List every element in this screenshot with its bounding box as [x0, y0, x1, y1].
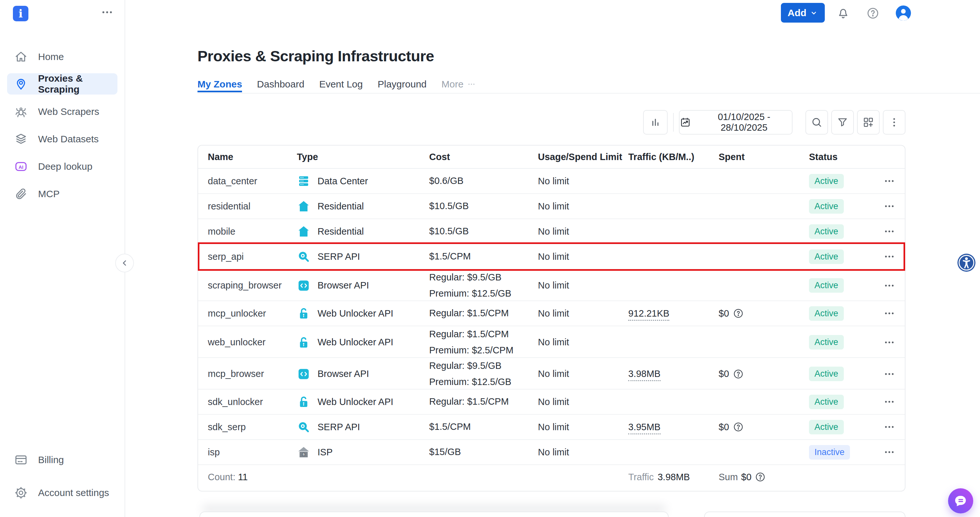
- row-actions-menu[interactable]: [883, 307, 895, 319]
- zone-traffic: 3.95MB: [628, 422, 719, 433]
- add-button[interactable]: Add: [781, 3, 825, 22]
- accessibility-button[interactable]: [956, 253, 977, 273]
- pin-icon: [14, 77, 28, 91]
- filter-funnel-icon: [837, 116, 849, 129]
- row-actions-menu[interactable]: [883, 446, 895, 458]
- grid-plus-icon: [862, 116, 875, 129]
- tab-more[interactable]: More: [441, 78, 476, 92]
- traffic-total: Traffic3.98MB: [628, 472, 719, 482]
- sidebar-item-proxies-scraping[interactable]: Proxies & Scraping: [7, 73, 118, 95]
- status-badge: Active: [809, 250, 844, 264]
- zone-type-label: ISP: [318, 447, 332, 458]
- row-actions-menu[interactable]: [883, 396, 895, 407]
- table-row-sdk-unlocker[interactable]: sdk_unlocker Web Unlocker API Regular: $…: [198, 390, 905, 415]
- filter-button[interactable]: [831, 110, 854, 135]
- sidebar-item-mcp[interactable]: MCP: [0, 180, 124, 207]
- browser-icon: [297, 279, 310, 293]
- table-row-residential[interactable]: residential Residential $10.5/GB No limi…: [198, 194, 905, 219]
- tab-my-zones[interactable]: My Zones: [197, 78, 242, 92]
- brand-logo[interactable]: i: [13, 6, 29, 21]
- customize-columns-button[interactable]: [857, 110, 880, 135]
- help-icon[interactable]: [866, 6, 880, 20]
- table-row-data-center[interactable]: data_center Data Center $0.6/GB No limit…: [198, 169, 905, 194]
- tab-event-log[interactable]: Event Log: [319, 78, 363, 92]
- add-button-label: Add: [788, 8, 807, 18]
- tab-label: Playground: [377, 79, 426, 90]
- table-row-mcp-browser[interactable]: mcp_browser Browser API Regular: $9.5/GB…: [198, 358, 905, 390]
- tab-playground[interactable]: Playground: [377, 78, 426, 92]
- question-circle-icon[interactable]: [755, 471, 766, 482]
- table-row-web-unlocker[interactable]: web_unlocker Web Unlocker API Regular: $…: [198, 326, 905, 358]
- row-actions-menu[interactable]: [883, 337, 895, 348]
- zone-type: Data Center: [297, 174, 429, 188]
- sidebar-item-label: Home: [38, 51, 64, 62]
- zone-spent: $0: [719, 308, 809, 319]
- zone-type: Web Unlocker API: [297, 395, 429, 409]
- zone-cost: $1.5/CPM: [429, 248, 538, 265]
- date-range-button[interactable]: 01/10/2025 - 28/10/2025: [679, 110, 792, 135]
- zone-type-label: Web Unlocker API: [318, 308, 393, 319]
- sidebar-menu-icon[interactable]: [101, 6, 114, 19]
- tab-label: More: [441, 79, 463, 90]
- zone-type-label: Residential: [318, 201, 364, 212]
- more-options-button[interactable]: [883, 110, 905, 135]
- table-row-mcp-unlocker[interactable]: mcp_unlocker Web Unlocker API Regular: $…: [198, 301, 905, 326]
- zone-usage-limit: No limit: [538, 369, 628, 379]
- zone-type: SISP: [297, 445, 429, 459]
- zone-type-label: SERP API: [318, 422, 360, 433]
- ellipsis-h-icon: [467, 80, 476, 88]
- serp-icon: [297, 250, 310, 263]
- gear-icon: [14, 486, 28, 500]
- sidebar-collapse-button[interactable]: [115, 254, 134, 272]
- zone-status: Active: [809, 367, 880, 381]
- zone-type-label: Web Unlocker API: [318, 337, 393, 348]
- table-row-scraping-browser[interactable]: scraping_browser Browser API Regular: $9…: [198, 269, 905, 301]
- house-icon: [297, 224, 310, 238]
- chat-widget-button[interactable]: [948, 488, 973, 514]
- sidebar-item-billing[interactable]: Billing: [0, 444, 124, 476]
- sidebar-item-web-scrapers[interactable]: Web Scrapers: [0, 98, 124, 125]
- table-row-isp[interactable]: isp SISP $15/GB No limit Inactive: [198, 440, 905, 465]
- svg-text:S: S: [303, 452, 305, 456]
- sidebar-item-web-datasets[interactable]: Web Datasets: [0, 125, 124, 153]
- zone-cost: Regular: $1.5/CPM: [429, 305, 538, 321]
- sidebar-item-deep-lookup[interactable]: AIDeep lookup: [0, 153, 124, 180]
- card-icon: [14, 453, 28, 467]
- status-badge: Active: [809, 306, 844, 321]
- table-row-mobile[interactable]: mobile Residential $10.5/GB No limit Act…: [198, 219, 905, 244]
- ai-icon: AI: [14, 160, 28, 173]
- zone-type-label: Residential: [318, 226, 364, 237]
- sidebar-item-label: Account settings: [38, 487, 109, 498]
- table-row-sdk-serp[interactable]: sdk_serp SERP API $1.5/CPM No limit 3.95…: [198, 415, 905, 440]
- status-badge: Active: [809, 395, 844, 409]
- notifications-bell-icon[interactable]: [837, 6, 850, 20]
- user-avatar[interactable]: [896, 5, 911, 21]
- row-actions-menu[interactable]: [883, 421, 895, 433]
- search-button[interactable]: [805, 110, 828, 135]
- tab-bar: My Zones Dashboard Event Log Playground …: [197, 78, 476, 92]
- zone-name: mcp_unlocker: [208, 308, 297, 319]
- zone-status: Active: [809, 335, 880, 350]
- zone-status: Active: [809, 224, 880, 239]
- zone-status: Active: [809, 250, 880, 264]
- sidebar-item-home[interactable]: Home: [0, 43, 124, 70]
- zone-name: isp: [208, 447, 297, 458]
- zone-type-label: Web Unlocker API: [318, 397, 393, 407]
- row-actions-menu[interactable]: [883, 226, 895, 237]
- chart-view-button[interactable]: [643, 110, 668, 135]
- zone-status: Active: [809, 395, 880, 409]
- row-actions-menu[interactable]: [883, 368, 895, 380]
- row-actions-menu[interactable]: [883, 280, 895, 291]
- zone-status: Active: [809, 199, 880, 214]
- zone-type: Residential: [297, 199, 429, 213]
- sidebar-item-account-settings[interactable]: Account settings: [0, 476, 124, 509]
- unlock-icon: [297, 307, 310, 320]
- row-actions-menu[interactable]: [883, 200, 895, 212]
- tab-dashboard[interactable]: Dashboard: [257, 78, 304, 92]
- zone-name: web_unlocker: [208, 337, 297, 348]
- zone-usage-limit: No limit: [538, 176, 628, 186]
- row-actions-menu[interactable]: [883, 175, 895, 187]
- row-actions-menu[interactable]: [883, 251, 895, 262]
- spider-icon: [14, 105, 28, 118]
- table-row-serp-api[interactable]: serp_api SERP API $1.5/CPM No limit Acti…: [198, 244, 905, 269]
